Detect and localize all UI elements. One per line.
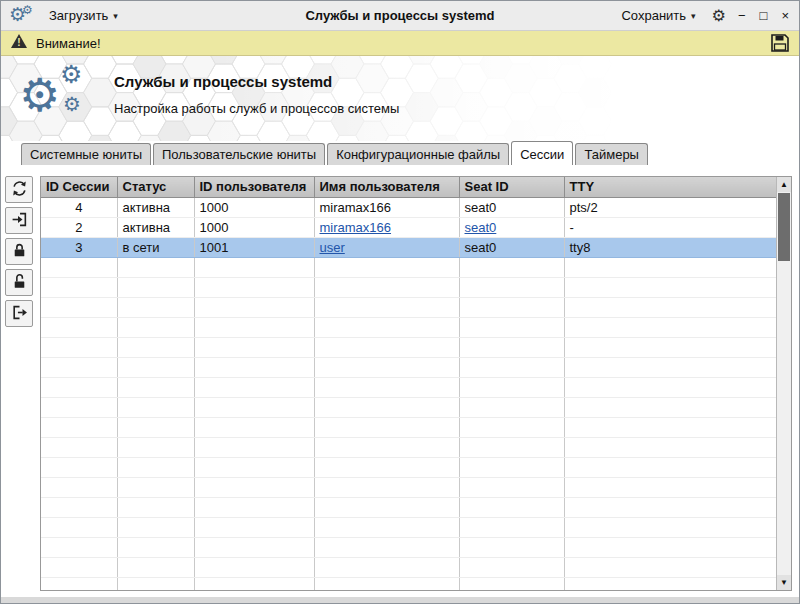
empty-cell: [41, 417, 117, 437]
col-header-status[interactable]: Статус: [117, 177, 194, 197]
unlock-icon: [11, 273, 28, 293]
empty-cell: [41, 437, 117, 457]
tab-config-files[interactable]: Конфигурационные файлы: [327, 143, 509, 165]
empty-cell: [314, 557, 459, 577]
empty-cell: [194, 397, 314, 417]
empty-cell: [314, 337, 459, 357]
lock-icon: [11, 242, 28, 262]
tab-label: Пользовательские юниты: [162, 147, 316, 162]
tab-content-sessions: ID Сессии Статус ID пользователя Имя пол…: [1, 165, 799, 597]
col-header-seat-id[interactable]: Seat ID: [459, 177, 564, 197]
empty-cell: [564, 397, 776, 417]
empty-cell: [117, 417, 194, 437]
app-gears-icon: ⚙ ⚙: [9, 4, 35, 28]
table-row-empty: [41, 317, 776, 337]
scrollbar-thumb[interactable]: [778, 193, 790, 261]
tab-bar: Системные юниты Пользовательские юниты К…: [1, 141, 799, 165]
col-header-user-id[interactable]: ID пользователя: [194, 177, 314, 197]
app-logo-gears-icon: ⚙ ⚙ ⚙: [19, 62, 104, 134]
login-arrow-icon: [11, 211, 28, 231]
tab-system-units[interactable]: Системные юниты: [21, 143, 151, 165]
refresh-button[interactable]: [5, 176, 33, 203]
col-header-tty[interactable]: TTY: [564, 177, 776, 197]
save-file-icon[interactable]: [770, 33, 790, 53]
empty-cell: [314, 497, 459, 517]
vertical-scrollbar[interactable]: ▲ ▼: [776, 177, 791, 590]
chevron-down-icon: ▾: [691, 11, 696, 21]
activate-session-button[interactable]: [5, 207, 33, 234]
header-text-block: Службы и процессы systemd Настройка рабо…: [114, 73, 399, 116]
empty-cell: [41, 257, 117, 277]
empty-cell: [459, 397, 564, 417]
minimize-button[interactable]: −: [736, 8, 748, 23]
unlock-session-button[interactable]: [5, 269, 33, 296]
empty-cell: [117, 437, 194, 457]
empty-cell: [314, 357, 459, 377]
tab-label: Системные юниты: [30, 147, 142, 162]
empty-cell: [117, 277, 194, 297]
empty-cell: [41, 557, 117, 577]
empty-cell: [117, 377, 194, 397]
scroll-down-button[interactable]: ▼: [777, 575, 791, 590]
titlebar: ⚙ ⚙ Загрузить ▾ Службы и процессы system…: [1, 1, 799, 31]
warning-bar: ! Внимание!: [1, 31, 799, 56]
table-row[interactable]: 2активна1000miramax166seat0-: [41, 217, 776, 237]
cell-user-name: miramax166: [314, 197, 459, 217]
empty-cell: [117, 257, 194, 277]
cell-tty: pts/2: [564, 197, 776, 217]
empty-cell: [459, 437, 564, 457]
table-row-empty: [41, 277, 776, 297]
window-bottom-edge: [1, 597, 799, 603]
empty-cell: [564, 537, 776, 557]
cell-user-name: miramax166: [314, 217, 459, 237]
empty-cell: [117, 557, 194, 577]
empty-cell: [459, 517, 564, 537]
sessions-table-header: ID Сессии Статус ID пользователя Имя пол…: [41, 177, 776, 197]
cell-user-name-link[interactable]: miramax166: [320, 220, 392, 235]
close-button[interactable]: ×: [779, 8, 791, 23]
lock-session-button[interactable]: [5, 238, 33, 265]
sessions-panel: ID Сессии Статус ID пользователя Имя пол…: [40, 176, 792, 591]
empty-cell: [314, 297, 459, 317]
tab-sessions[interactable]: Сессии: [511, 141, 573, 165]
table-row[interactable]: 4активна1000miramax166seat0pts/2: [41, 197, 776, 217]
empty-cell: [564, 377, 776, 397]
empty-cell: [314, 537, 459, 557]
logout-arrow-icon: [11, 304, 28, 324]
warning-text: Внимание!: [36, 36, 101, 51]
cell-user-name-link[interactable]: user: [320, 240, 345, 255]
cell-session-id: 3: [41, 237, 117, 257]
cell-seat-id: seat0: [459, 237, 564, 257]
save-menu-button[interactable]: Сохранить ▾: [615, 4, 701, 27]
table-row-empty: [41, 537, 776, 557]
cell-seat-id-link[interactable]: seat0: [465, 220, 497, 235]
empty-cell: [41, 337, 117, 357]
empty-cell: [459, 577, 564, 590]
tab-user-units[interactable]: Пользовательские юниты: [153, 143, 325, 165]
empty-cell: [117, 537, 194, 557]
table-row-empty: [41, 457, 776, 477]
chevron-down-icon: ▾: [113, 11, 118, 21]
settings-gear-icon[interactable]: ⚙: [712, 6, 726, 25]
load-menu-label: Загрузить: [49, 8, 108, 23]
sessions-table: ID Сессии Статус ID пользователя Имя пол…: [41, 177, 776, 590]
col-header-session-id[interactable]: ID Сессии: [41, 177, 117, 197]
load-menu-button[interactable]: Загрузить ▾: [43, 4, 124, 27]
cell-tty: -: [564, 217, 776, 237]
empty-cell: [117, 357, 194, 377]
col-header-user-name[interactable]: Имя пользователя: [314, 177, 459, 197]
empty-cell: [459, 457, 564, 477]
scrollbar-track[interactable]: [777, 192, 791, 575]
empty-cell: [41, 577, 117, 590]
empty-cell: [459, 337, 564, 357]
empty-cell: [564, 337, 776, 357]
maximize-button[interactable]: □: [758, 8, 770, 23]
tab-timers[interactable]: Таймеры: [575, 143, 648, 165]
table-row[interactable]: 3в сети1001userseat0tty8: [41, 237, 776, 257]
empty-cell: [194, 277, 314, 297]
table-row-empty: [41, 497, 776, 517]
tab-label: Сессии: [520, 147, 564, 162]
terminate-session-button[interactable]: [5, 300, 33, 327]
empty-cell: [117, 577, 194, 590]
scroll-up-button[interactable]: ▲: [777, 177, 791, 192]
